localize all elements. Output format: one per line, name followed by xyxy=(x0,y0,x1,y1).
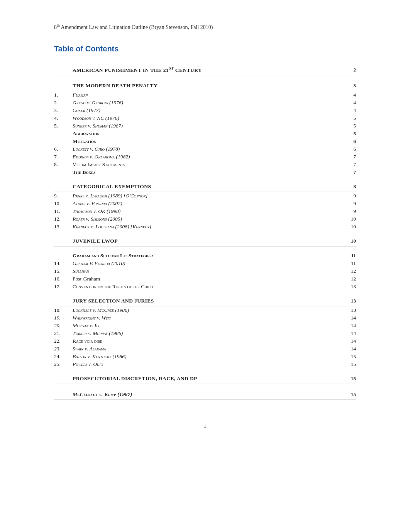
page-mccleskey: 15 xyxy=(348,391,356,398)
toc-item-18: 18. Lockhart v. McCree (1986) 13 xyxy=(54,306,356,314)
document-subtitle: 8th Amendment Law and Litigation Outline… xyxy=(54,23,356,31)
page-juvenile-lwop: 10 xyxy=(348,238,356,244)
toc-row-prosecutorial: PROSECUTORIAL DISCRETION, RACE, AND DP 1… xyxy=(54,374,356,384)
toc-title: Table of Contents xyxy=(54,44,356,53)
toc-item-19: 19. Wainwright v. Witt 14 xyxy=(54,314,356,322)
toc-item-14: 14. Graham V. Florida (2010) 11 xyxy=(54,260,356,267)
toc-item-17: 17. Convention on the Rights of the Chil… xyxy=(54,283,356,291)
page-prosecutorial: 15 xyxy=(348,376,356,382)
toc-item-1: 1. Furman 4 xyxy=(54,91,356,99)
toc-item-12: 12. Roper v. Simmons (2005) 10 xyxy=(54,215,356,223)
toc-item-21: 21. Turner v. Murray (1986) 14 xyxy=(54,330,356,337)
toc-item-23: 23. Swain v. Alabama 14 xyxy=(54,345,356,353)
toc-section: AMERICAN PUNISHMENT IN THE 21ST CENTURY … xyxy=(54,64,356,400)
toc-item-11: 11. Thompson v. OK (1998) 9 xyxy=(54,207,356,215)
toc-item-13: 13. Kennedy v. Louisiana (2008) [Kennedy… xyxy=(54,223,356,231)
toc-aggravation: Aggravation 5 xyxy=(54,130,356,138)
toc-row-jury-selection: JURY SELECTION AND JURIES 13 xyxy=(54,296,356,306)
toc-item-8: 8. Victim Impact Statements 7 xyxy=(54,161,356,168)
toc-item-25: 25. Powers v. Ohio 15 xyxy=(54,360,356,368)
toc-item-6: 6. Lockett v. Ohio (1978) 6 xyxy=(54,145,356,153)
page-modern-death-penalty: 3 xyxy=(348,83,356,89)
toc-row-juvenile-lwop: JUVENILE LWOP 10 xyxy=(54,236,356,246)
page-jury-selection: 13 xyxy=(348,298,356,304)
toc-item-9: 9. Penry v. Lynaugh (1989) [O'Connor] 9 xyxy=(54,192,356,200)
toc-item-3: 3. Coker (1977) 4 xyxy=(54,107,356,114)
toc-item-10: 10. Atkins v. Virginia (2002) 9 xyxy=(54,200,356,207)
toc-row-categorical: CATEGORICAL EXEMPTIONS 8 xyxy=(54,182,356,192)
page-footer-number: 1 xyxy=(54,423,356,429)
toc-row-mccleskey: McCleskey v. Kemp (1987) 15 xyxy=(54,389,356,400)
toc-item-2: 2. Gregg v. Georgia (1976) 4 xyxy=(54,99,356,107)
toc-row-american-punishment: AMERICAN PUNISHMENT IN THE 21ST CENTURY … xyxy=(54,64,356,76)
toc-the-boxes: The Boxes 7 xyxy=(54,168,356,176)
toc-item-4: 4. Woodson v. NC (1976) 5 xyxy=(54,114,356,122)
toc-item-15: 15. Sullivan 12 xyxy=(54,267,356,275)
toc-mitigation: Mitigation 6 xyxy=(54,138,356,145)
toc-row-modern-death-penalty: THE MODERN DEATH PENALTY 3 xyxy=(54,81,356,91)
toc-item-5: 5. Sunner v. Shuman (1987) 5 xyxy=(54,122,356,130)
toc-graham-sullivan-header: Graham and Sullivan Lit Strategies: 11 xyxy=(54,252,356,260)
page-american-punishment: 2 xyxy=(348,67,356,73)
toc-item-20: 20. Morgan v. Ill 14 xyxy=(54,322,356,330)
toc-item-24: 24. Batson v. Kentucky (1986) 15 xyxy=(54,353,356,360)
toc-item-7: 7. Eddings v. Oklahoma (1982) 7 xyxy=(54,153,356,161)
page-categorical: 8 xyxy=(348,184,356,190)
toc-item-22: 22. Race voir dire 14 xyxy=(54,337,356,345)
toc-item-16: 16. Post-Graham 12 xyxy=(54,275,356,283)
